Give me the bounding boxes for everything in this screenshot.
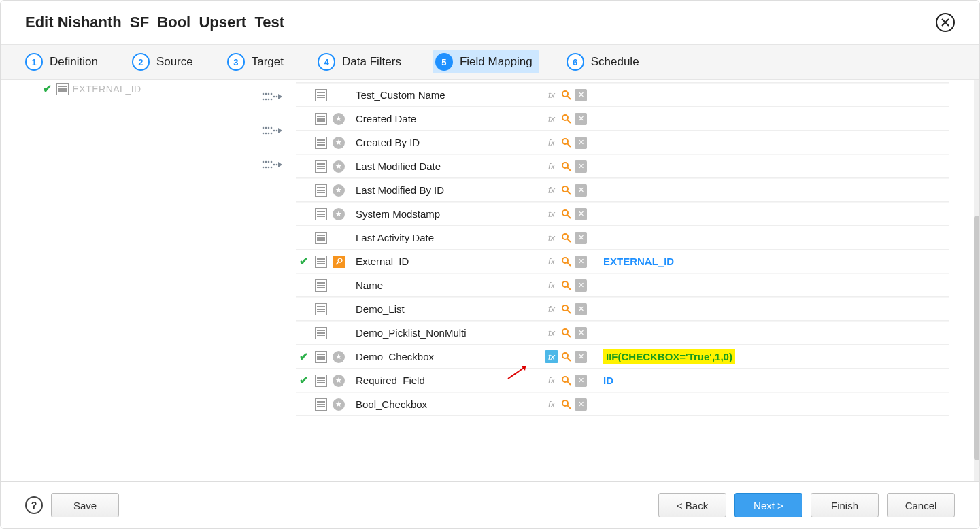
fx-icon[interactable]: fx bbox=[545, 137, 558, 148]
wizard-step-source[interactable]: 2Source bbox=[132, 53, 193, 71]
list-icon bbox=[315, 375, 327, 387]
lookup-icon[interactable] bbox=[560, 256, 573, 267]
fx-icon[interactable]: fx bbox=[545, 209, 558, 219]
cancel-button[interactable]: Cancel bbox=[887, 493, 955, 517]
fx-icon[interactable]: fx bbox=[545, 161, 558, 171]
svg-point-22 bbox=[268, 161, 270, 163]
fx-icon[interactable]: fx bbox=[545, 375, 558, 386]
star-icon: ★ bbox=[333, 113, 345, 125]
lookup-icon[interactable] bbox=[560, 137, 573, 148]
target-field-row[interactable]: Last Activity Datefx✕ bbox=[296, 226, 949, 250]
fx-icon[interactable]: fx bbox=[545, 185, 558, 195]
lookup-icon[interactable] bbox=[560, 375, 573, 386]
svg-point-8 bbox=[273, 96, 275, 98]
expression-value: ID bbox=[603, 375, 949, 386]
svg-point-20 bbox=[263, 161, 265, 163]
dotted-arrow-icon bbox=[262, 126, 282, 135]
lookup-icon[interactable] bbox=[560, 233, 573, 243]
wizard-step-field-mapping[interactable]: 5Field Mapping bbox=[433, 50, 539, 73]
target-field-row[interactable]: ★System Modstampfx✕ bbox=[296, 202, 949, 226]
target-field-row[interactable]: ★Last Modified By IDfx✕ bbox=[296, 178, 949, 202]
target-field-row[interactable]: ★Created Datefx✕ bbox=[296, 107, 949, 131]
step-number-icon: 2 bbox=[132, 53, 150, 71]
next-button[interactable]: Next > bbox=[734, 493, 802, 517]
svg-point-29 bbox=[276, 164, 278, 166]
clear-icon[interactable]: ✕ bbox=[575, 327, 587, 339]
lookup-icon[interactable] bbox=[560, 328, 573, 339]
target-field-row[interactable]: Test_Custom Namefx✕ bbox=[296, 83, 949, 107]
target-field-row[interactable]: ★Bool_Checkboxfx✕ bbox=[296, 392, 949, 416]
save-button[interactable]: Save bbox=[51, 493, 119, 517]
lookup-icon[interactable] bbox=[560, 399, 573, 410]
lookup-icon[interactable] bbox=[560, 352, 573, 362]
target-field-row[interactable]: ✔★Demo_Checkboxfx✕IIF(CHECKBOX='True',1,… bbox=[296, 345, 949, 369]
fx-icon[interactable]: fx bbox=[545, 233, 558, 243]
svg-point-42 bbox=[562, 353, 568, 358]
step-label: Target bbox=[252, 55, 284, 69]
svg-point-0 bbox=[263, 93, 265, 95]
lookup-icon[interactable] bbox=[560, 185, 573, 196]
target-field-row[interactable]: Namefx✕ bbox=[296, 273, 949, 297]
clear-icon[interactable]: ✕ bbox=[575, 375, 587, 387]
target-field-row[interactable]: ★Created By IDfx✕ bbox=[296, 131, 949, 154]
star-icon: ★ bbox=[333, 375, 345, 387]
clear-icon[interactable]: ✕ bbox=[575, 303, 587, 315]
wizard-step-schedule[interactable]: 6Schedule bbox=[567, 53, 639, 71]
fx-icon[interactable]: fx bbox=[545, 350, 558, 363]
fx-icon[interactable]: fx bbox=[545, 256, 558, 267]
wizard-step-data-filters[interactable]: 4Data Filters bbox=[318, 53, 401, 71]
list-icon bbox=[315, 208, 327, 220]
fx-icon[interactable]: fx bbox=[545, 90, 558, 100]
clear-icon[interactable]: ✕ bbox=[575, 137, 587, 149]
svg-point-11 bbox=[265, 127, 267, 129]
lookup-icon[interactable] bbox=[560, 114, 573, 124]
target-field-row[interactable]: ✔★Required_Fieldfx✕ID bbox=[296, 369, 949, 392]
scrollbar[interactable] bbox=[974, 80, 979, 481]
scrollbar-thumb[interactable] bbox=[974, 216, 979, 460]
svg-point-13 bbox=[271, 127, 273, 129]
lookup-icon[interactable] bbox=[560, 280, 573, 291]
target-field-row[interactable]: Demo_Picklist_NonMultifx✕ bbox=[296, 321, 949, 345]
fx-icon[interactable]: fx bbox=[545, 280, 558, 290]
clear-icon[interactable]: ✕ bbox=[575, 208, 587, 220]
clear-icon[interactable]: ✕ bbox=[575, 113, 587, 125]
clear-icon[interactable]: ✕ bbox=[575, 256, 587, 268]
svg-point-19 bbox=[276, 130, 278, 132]
svg-point-3 bbox=[271, 93, 273, 95]
field-name: Test_Custom Name bbox=[350, 89, 541, 101]
clear-icon[interactable]: ✕ bbox=[575, 232, 587, 244]
fx-icon[interactable]: fx bbox=[545, 328, 558, 338]
modal-title: Edit Nishanth_SF_Bool_Upsert_Test bbox=[25, 14, 284, 31]
close-button[interactable] bbox=[936, 13, 955, 32]
lookup-icon[interactable] bbox=[560, 209, 573, 220]
target-field-row[interactable]: ★Last Modified Datefx✕ bbox=[296, 154, 949, 178]
help-button[interactable]: ? bbox=[25, 496, 43, 514]
clear-icon[interactable]: ✕ bbox=[575, 279, 587, 292]
target-field-row[interactable]: ✔External_IDfx✕EXTERNAL_ID bbox=[296, 250, 949, 273]
target-field-row[interactable]: Demo_Listfx✕ bbox=[296, 297, 949, 321]
lookup-icon[interactable] bbox=[560, 90, 573, 101]
lookup-icon[interactable] bbox=[560, 304, 573, 315]
fx-icon[interactable]: fx bbox=[545, 304, 558, 314]
wizard-step-target[interactable]: 3Target bbox=[227, 53, 284, 71]
svg-point-12 bbox=[268, 127, 270, 129]
source-field-item[interactable]: ✔ EXTERNAL_ID bbox=[24, 80, 248, 98]
clear-icon[interactable]: ✕ bbox=[575, 351, 587, 363]
clear-icon[interactable]: ✕ bbox=[575, 89, 587, 101]
field-name: External_ID bbox=[350, 256, 541, 267]
fx-icon[interactable]: fx bbox=[545, 399, 558, 409]
fx-icon[interactable]: fx bbox=[545, 114, 558, 124]
svg-point-36 bbox=[562, 210, 568, 216]
wizard-step-definition[interactable]: 1Definition bbox=[25, 53, 98, 71]
svg-point-14 bbox=[263, 133, 265, 135]
finish-button[interactable]: Finish bbox=[811, 493, 879, 517]
svg-point-26 bbox=[268, 167, 270, 169]
clear-icon[interactable]: ✕ bbox=[575, 398, 587, 411]
step-number-icon: 1 bbox=[25, 53, 43, 71]
lookup-icon[interactable] bbox=[560, 161, 573, 172]
back-button[interactable]: < Back bbox=[658, 493, 726, 517]
clear-icon[interactable]: ✕ bbox=[575, 160, 587, 173]
field-name: System Modstamp bbox=[350, 208, 541, 220]
star-icon: ★ bbox=[333, 137, 345, 149]
clear-icon[interactable]: ✕ bbox=[575, 184, 587, 197]
